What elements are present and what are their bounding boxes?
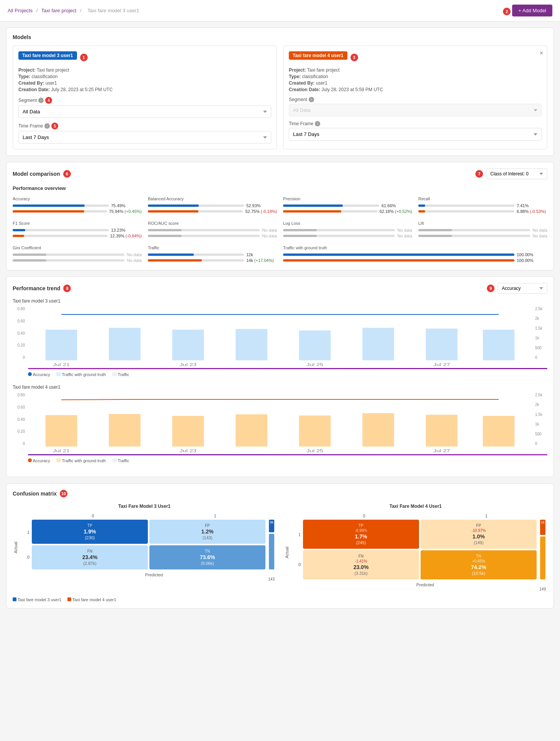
model1-card: Taxi fare model 3 user1 1 Project: Taxi … (13, 46, 277, 149)
svg-text:Jul 23: Jul 23 (180, 363, 196, 367)
model2-segment-select[interactable]: All Data (289, 104, 542, 116)
confusion-model2: Taxi Fare Model 4 User1 Actual 0 1 1 0 (284, 504, 547, 591)
page-content: Models Taxi fare model 3 user1 1 Project… (0, 21, 560, 615)
metric-precision: Precision 61.66% 62.18% (+0.52%) (283, 196, 412, 215)
metric-traffic-label: Traffic (148, 245, 277, 250)
model1-segment-group: Segment i 4 All Data (18, 97, 271, 118)
model2-badge: 3 (350, 54, 358, 61)
svg-rect-1 (109, 328, 141, 360)
trend-metric-select[interactable]: Accuracy (498, 283, 547, 294)
svg-rect-4 (299, 330, 331, 360)
model2-timeframe-info-icon[interactable]: i (315, 121, 320, 126)
model2-card: × Taxi fare model 4 user1 3 Project: Tax… (283, 46, 547, 149)
models-title: Models (13, 34, 547, 40)
confusion-model1-title: Taxi Fare Model 3 User1 (13, 504, 276, 509)
trend-chart2-legend: Accuracy Traffic with ground truth Traff… (28, 458, 547, 463)
perf-overview: Performance overview Accuracy 75.49% 75.… (13, 185, 547, 264)
model1-badge: 1 (80, 54, 88, 61)
confusion-actual-label: Actual (13, 514, 19, 581)
model2-timeframe-group: Time Frame i Last 7 Days (289, 121, 542, 141)
confusion-actual-label2: Actual (284, 514, 290, 591)
svg-rect-12 (46, 415, 77, 447)
svg-rect-13 (109, 414, 141, 447)
perf-grid-row3: Gini Coefficient No data No data Traffic (13, 245, 547, 264)
breadcrumb-all-projects[interactable]: All Projects (8, 8, 33, 13)
svg-rect-7 (483, 330, 515, 360)
model1-segment-label: Segment i 4 (18, 97, 271, 104)
segment-info-icon[interactable]: i (38, 98, 44, 103)
svg-rect-14 (172, 416, 204, 447)
metric-accuracy: Accuracy 75.49% 75.94% (+0.45%) (13, 196, 142, 215)
metric-recall: Recall 7.41% 6.88% (-0.53%) (418, 196, 547, 215)
model1-segment-select[interactable]: All Data (18, 105, 271, 118)
metric-balanced-accuracy: Balanced Accuracy 52.93% 52.75% (-0.18%) (148, 196, 277, 215)
model1-project: Project: Taxi fare project (18, 67, 271, 73)
metric-precision-label: Precision (283, 196, 412, 201)
metric-accuracy-label: Accuracy (13, 196, 142, 201)
model1-timeframe-badge: 5 (51, 123, 58, 129)
metric-gini: Gini Coefficient No data No data (13, 245, 142, 264)
perf-grid-row2: F1 Score 13.23% 12.39% (-0.84%) ROC/AUC … (13, 221, 547, 239)
timeframe-info-icon[interactable]: i (44, 123, 50, 129)
trend-chart2-svg: Jul 21 Jul 23 Jul 25 Jul 27 (26, 393, 534, 454)
metric-balanced-accuracy-label: Balanced Accuracy (148, 196, 277, 201)
model2-segment-group: Segment i All Data (289, 97, 542, 116)
trend-chart1-legend: Accuracy Traffic with ground truth Traff… (28, 372, 547, 377)
breadcrumb-project[interactable]: Taxi fare project (41, 8, 77, 13)
model1-timeframe-select[interactable]: Last 7 Days (18, 131, 271, 144)
models-grid: Taxi fare model 3 user1 1 Project: Taxi … (13, 46, 547, 149)
metric-traffic-ground-label: Traffic with ground truth (283, 245, 547, 250)
model1-timeframe-label: Time Frame i 5 (18, 123, 271, 129)
metric-lift-label: Lift (418, 221, 547, 226)
metric-traffic-ground: Traffic with ground truth 100.00% 100.00… (283, 245, 547, 264)
svg-rect-2 (172, 330, 204, 360)
svg-rect-18 (426, 415, 458, 447)
confusion-card: Confusion matrix 10 Taxi Fare Model 3 Us… (6, 483, 554, 609)
header-badge: 2 (503, 8, 511, 15)
confusion-m1-fp: FP 1.2% (143) (149, 520, 265, 544)
confusion-title: Confusion matrix (13, 491, 57, 497)
svg-rect-16 (299, 415, 331, 447)
breadcrumb-current: Taxi fare model 3 user1 (87, 8, 139, 13)
confusion-m1-bottom-val: 143 (20, 577, 276, 581)
model1-created-by: Created By: user1 (18, 80, 271, 86)
model2-created-by: Created By: user1 (289, 80, 542, 86)
confusion-m2-bottom-label: Predicted (303, 582, 547, 587)
confusion-legend: Taxi fare model 3 user1 Taxi fare model … (13, 597, 547, 602)
top-bar: All Projects / Taxi fare project / Taxi … (0, 0, 560, 21)
trend-chart-model1: Taxi fare model 3 user1 0.80 0.60 0.40 0… (13, 298, 547, 377)
confusion-model2-title: Taxi Fare Model 4 User1 (284, 504, 547, 509)
model1-type: Type: classification (18, 74, 271, 79)
class-of-interest-select[interactable]: Class of Interest: 0 (486, 168, 547, 179)
confusion-model1: Taxi Fare Model 3 User1 Actual 0 1 (13, 504, 276, 591)
confusion-m2-tn: TN +0.85% 74.2% (10.5k) (421, 550, 537, 579)
model2-segment-info-icon[interactable]: i (309, 97, 314, 102)
model2-project: Project: Taxi fare project (289, 67, 542, 73)
confusion-m1-fn: FN 23.4% (2.87k) (32, 545, 148, 569)
metric-traffic: Traffic 12k 14k (+17.04%) (148, 245, 277, 264)
model2-timeframe-label: Time Frame i (289, 121, 542, 126)
confusion-m1-tp: TP 1.9% (230) (32, 520, 148, 544)
trend-chart1-svg: Jul 21 Jul 23 Jul 25 Jul 27 (26, 307, 534, 368)
metric-log-loss: Log Loss No data No data (283, 221, 412, 239)
svg-text:Jul 21: Jul 21 (53, 363, 70, 367)
model2-timeframe-select[interactable]: Last 7 Days (289, 128, 542, 141)
metric-roc-auc-label: ROC/AUC score (148, 221, 277, 226)
breadcrumb: All Projects / Taxi fare project / Taxi … (8, 8, 141, 13)
model2-creation-date: Creation Date: July 28, 2023 at 5:59 PM … (289, 87, 542, 92)
model1-creation-date: Creation Date: July 28, 2023 at 5:25 PM … (18, 87, 271, 92)
svg-rect-3 (236, 329, 267, 360)
comparison-card: Model comparison 6 7 Class of Interest: … (6, 162, 554, 270)
breadcrumb-sep1: / (36, 8, 38, 13)
trend-dropdown-badge: 9 (487, 285, 495, 292)
model2-close-button[interactable]: × (540, 50, 543, 57)
confusion-m2-fp: FP -10.97% 1.0% (149) (421, 520, 537, 549)
trend-chart-model2: Taxi fare model 4 user1 0.80 0.60 0.40 0… (13, 384, 547, 463)
trend-chart-model2-label: Taxi fare model 4 user1 (13, 384, 547, 390)
metric-f1-label: F1 Score (13, 221, 142, 226)
svg-text:Jul 25: Jul 25 (306, 449, 324, 453)
model2-type: Type: classification (289, 74, 542, 79)
svg-rect-15 (236, 414, 267, 447)
svg-rect-0 (46, 330, 77, 360)
add-model-button[interactable]: + Add Model (512, 5, 552, 16)
